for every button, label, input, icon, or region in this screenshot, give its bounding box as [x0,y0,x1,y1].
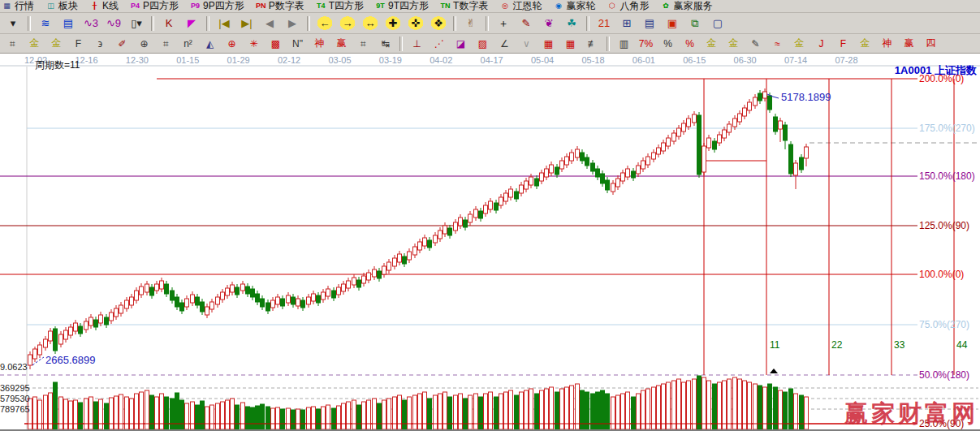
calendar-21-button[interactable]: 21 [594,14,615,32]
ying-slash-button[interactable]: 赢 [899,35,919,52]
bars-9-button[interactable]: ∿9 [103,14,124,32]
percent-slash-button[interactable]: 7% [636,35,656,52]
bars-3-button[interactable]: ∿3 [80,14,101,32]
gold-ruler-2-button[interactable]: 金 [46,35,67,52]
menu-item-9T四方形[interactable]: 9T9T四方形 [375,0,429,13]
target-red-button[interactable]: ⊕ [222,35,242,52]
grid-red-1-button[interactable]: ▦ [538,35,559,52]
gold-slash-button[interactable]: 金 [855,35,875,52]
notepad-button[interactable]: ▤ [639,14,660,32]
n-square-button[interactable]: n² [178,35,198,52]
menu-item-T四方形[interactable]: T4T四方形 [316,0,364,13]
gann-star-button[interactable]: ✜ [405,14,426,32]
crosshair-tool-button[interactable]: ＋ [493,14,514,32]
shen-slash-button[interactable]: 神 [877,35,897,52]
volume-bar [150,395,154,429]
box-grid-button[interactable]: ▩ [266,35,286,52]
f-ruler-button[interactable]: F [68,35,89,52]
four-slash-button[interactable]: 四 [921,35,941,52]
menu-item-9P四方形[interactable]: P99P四方形 [190,0,244,13]
menu-item-赢家轮[interactable]: ◉赢家轮 [553,0,595,13]
j-slash-button[interactable]: J [811,35,831,52]
magic-tool-button[interactable]: ❦ [538,14,559,32]
parallel-lines-button[interactable]: ≢ [582,35,602,52]
menu-item-江恩轮[interactable]: ◎江恩轮 [499,0,542,13]
candlestick-chart-canvas[interactable] [0,54,980,431]
volume-bar [611,397,615,429]
angle-a-button[interactable]: ◭ [200,35,220,52]
menu-item-八角形[interactable]: ⬡八角形 [607,0,649,13]
menu-item-T数字表[interactable]: TNT数字表 [440,0,488,13]
fan-box-red-button[interactable]: ▨ [473,35,493,52]
t-square-button[interactable]: ⊥ [407,35,427,52]
trendline-tool-button[interactable]: ✎ [516,14,537,32]
gann-arrow-left-button[interactable]: ← [314,14,335,32]
candle-body [135,291,139,300]
volume-bar [196,405,200,429]
chart-region[interactable]: 12-0212-1612-3001-1501-2902-1203-0503-19… [0,54,980,431]
brain-tool-button[interactable]: ☘ [561,14,582,32]
menu-item-P四方形[interactable]: P4P四方形 [130,0,179,13]
menu-item-板块[interactable]: ◫板块 [45,0,78,13]
save-disk-button[interactable]: ▣ [662,14,683,32]
clock-circle-button[interactable]: ⊕ [134,35,154,52]
volume-bar [800,395,804,429]
volume-bar [221,402,225,429]
candle-body [307,297,311,304]
ying-tool-button[interactable]: 赢 [331,35,352,52]
spiral-ruler-button[interactable]: ϶ [90,35,110,52]
scale-value-label: 789765 [0,404,30,414]
star-grid-button[interactable]: ✳ [244,35,264,52]
jump-first-button[interactable]: |◀ [214,14,235,32]
k-pattern-box-button[interactable]: K [158,14,179,32]
shen-tool-button[interactable]: 神 [309,35,330,52]
measure-list-button[interactable]: ▥ [614,35,634,52]
n-quotes-button[interactable]: Ν" [287,35,308,52]
fan-lines-button[interactable]: ⋰ [429,35,449,52]
gold-circle-button[interactable]: 金 [702,35,722,52]
gann-cross-button[interactable]: ✚ [382,14,404,32]
style-dropdown-button[interactable]: ▾ [2,14,24,32]
gold-top-button[interactable]: 金 [789,35,809,52]
candle-body [413,247,417,255]
step-back-button[interactable]: ◀ [259,14,280,32]
volume-bar [322,407,326,429]
gann-expand-button[interactable]: ❖ [428,14,449,32]
gold-line-button[interactable]: 金 [723,35,744,52]
color-flag-button[interactable]: ◤ [181,14,202,32]
candle-body [611,183,615,192]
candle-style-button[interactable]: ▯▾ [126,14,147,32]
jump-last-button[interactable]: ▶| [236,14,257,32]
ruler-comb-button[interactable]: ⌗ [2,35,23,52]
fan-box-purple-button[interactable]: ◪ [451,35,471,52]
menu-item-赢家服务[interactable]: ✿赢家服务 [660,0,712,13]
volume-bar [332,408,336,429]
f-slash-button[interactable]: F [833,35,853,52]
brush-red-button[interactable]: ✐ [112,35,132,52]
gold-ruler-1-button[interactable]: 金 [24,35,45,52]
wave-band-button[interactable]: ≈ [767,35,788,52]
ink-brush-button[interactable]: ✎ [745,35,766,52]
gann-arrow-right-button[interactable]: → [337,14,358,32]
menu-item-行情[interactable]: ▦行情 [2,0,34,13]
grid-red-2-button[interactable]: ▦ [560,35,581,52]
gann-arrow-h-button[interactable]: ↔ [360,14,381,32]
calculator-button[interactable]: ⊞ [616,14,637,32]
percent-line-button[interactable]: % [680,35,700,52]
copy-pair-button[interactable]: ⧉ [684,14,706,32]
ruler-123-button[interactable]: ⌗ [353,35,373,52]
span-tool-button[interactable]: ↹ [375,35,395,52]
trend-angle-button[interactable]: ∠ [494,35,515,52]
computer-button[interactable]: ▢ [707,14,728,32]
menu-item-K线[interactable]: ╂K线 [89,0,119,13]
hand-tool-button[interactable]: ✌ [460,14,481,32]
step-forward-button[interactable]: ▶ [282,14,303,32]
wave-check-button[interactable]: ∨ [516,35,537,52]
quote-list-button[interactable]: ▤ [58,14,79,32]
menu-item-P数字表[interactable]: PNP数字表 [256,0,304,13]
comb-2-button[interactable]: ⌗ [156,35,176,52]
percent-button[interactable]: % [658,35,678,52]
scribble-tool-button[interactable]: ≋ [35,14,56,32]
candle-body [677,128,681,136]
candle-body [221,292,225,300]
